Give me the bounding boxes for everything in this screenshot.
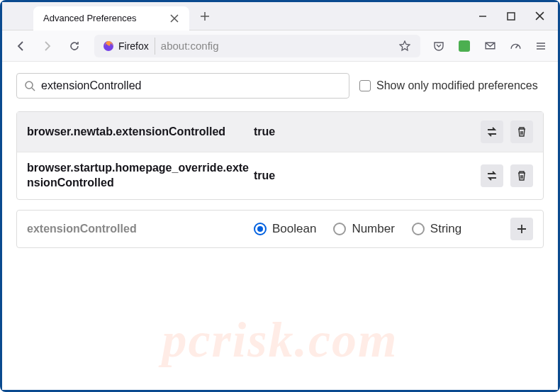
maximize-button[interactable] xyxy=(505,11,517,22)
menu-icon[interactable] xyxy=(531,36,551,56)
close-window-button[interactable] xyxy=(534,11,545,22)
radio-icon xyxy=(412,223,425,235)
radio-string[interactable]: String xyxy=(412,222,461,236)
toggle-button[interactable] xyxy=(481,121,503,143)
content-area: Show only modified preferences browser.n… xyxy=(2,62,558,390)
pref-row: browser.startup.homepage_override.extens… xyxy=(17,152,543,199)
swap-icon xyxy=(486,169,498,182)
url-text: about:config xyxy=(155,40,219,52)
add-button[interactable] xyxy=(510,218,533,240)
inbox-icon[interactable] xyxy=(480,36,500,56)
forward-button[interactable] xyxy=(36,35,59,57)
type-radio-group: Boolean Number String xyxy=(254,222,510,236)
reload-button[interactable] xyxy=(63,35,86,57)
bookmark-star-icon[interactable] xyxy=(399,40,418,52)
close-tab-icon[interactable] xyxy=(169,13,179,23)
svg-rect-0 xyxy=(508,13,515,20)
trash-icon xyxy=(516,170,527,181)
preferences-list: browser.newtab.extensionControlled true … xyxy=(16,111,544,200)
radio-icon xyxy=(333,223,346,235)
new-tab-button[interactable] xyxy=(195,6,215,26)
checkbox-icon xyxy=(359,80,371,91)
radio-label: String xyxy=(430,222,461,236)
window-controls xyxy=(477,11,558,22)
radio-label: Boolean xyxy=(272,222,316,236)
search-input[interactable] xyxy=(41,79,342,92)
titlebar: Advanced Preferences xyxy=(2,2,558,30)
show-modified-toggle[interactable]: Show only modified preferences xyxy=(359,79,538,92)
radio-icon xyxy=(254,223,267,235)
search-icon xyxy=(24,80,35,91)
radio-number[interactable]: Number xyxy=(333,222,394,236)
toggle-button[interactable] xyxy=(481,164,503,187)
back-button[interactable] xyxy=(9,35,32,57)
pref-value: true xyxy=(254,169,481,182)
extension-icon[interactable] xyxy=(454,36,474,56)
swap-icon xyxy=(486,125,498,138)
show-modified-label: Show only modified preferences xyxy=(376,79,538,92)
address-bar[interactable]: Firefox about:config xyxy=(94,35,420,57)
browser-tab[interactable]: Advanced Preferences xyxy=(33,6,189,30)
plus-icon xyxy=(516,223,527,235)
new-pref-name: extensionControlled xyxy=(27,223,254,235)
delete-button[interactable] xyxy=(510,121,533,143)
gauge-icon[interactable] xyxy=(505,36,525,56)
pocket-icon[interactable] xyxy=(429,36,449,56)
pref-value: true xyxy=(254,125,481,138)
identity-box[interactable]: Firefox xyxy=(97,38,155,55)
firefox-icon xyxy=(103,40,114,52)
delete-button[interactable] xyxy=(510,164,533,187)
search-box[interactable] xyxy=(16,73,349,99)
trash-icon xyxy=(516,126,527,138)
radio-label: Number xyxy=(352,222,394,236)
new-pref-row: extensionControlled Boolean Number Strin… xyxy=(16,210,544,248)
pref-name: browser.newtab.extensionControlled xyxy=(27,125,254,140)
pref-row: browser.newtab.extensionControlled true xyxy=(17,112,543,152)
minimize-button[interactable] xyxy=(477,11,488,22)
svg-point-2 xyxy=(26,82,33,89)
identity-label: Firefox xyxy=(118,40,149,52)
tab-title: Advanced Preferences xyxy=(43,13,137,23)
pref-name: browser.startup.homepage_override.extens… xyxy=(27,161,254,191)
watermark: pcrisk.com xyxy=(162,312,398,369)
radio-boolean[interactable]: Boolean xyxy=(254,222,316,236)
toolbar: Firefox about:config xyxy=(2,30,558,62)
